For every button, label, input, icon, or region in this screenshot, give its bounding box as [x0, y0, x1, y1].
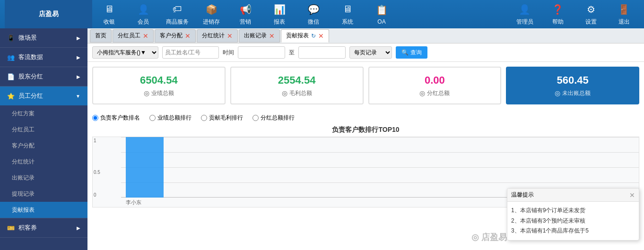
dividend-label: ◎ 分红总额 — [419, 89, 450, 97]
traffic-label: 客流数据 — [18, 53, 43, 61]
stat-performance: 6504.54 ◎ 业绩总额 — [92, 67, 226, 104]
watermark-text: 店盈易 — [481, 232, 507, 243]
nav-goods[interactable]: 🏷 商品服务 — [160, 0, 194, 28]
tab-dividend-stats[interactable]: 分红统计 ✕ — [197, 29, 238, 43]
app-logo: 店盈易 — [5, 0, 92, 28]
admin-icon: 👤 — [518, 3, 531, 16]
tab-refresh-icon[interactable]: ↻ — [311, 33, 316, 39]
toast-title: 温馨提示 — [511, 191, 534, 199]
time-end-input[interactable] — [298, 46, 346, 59]
tab-dividend-employee-close[interactable]: ✕ — [143, 33, 148, 39]
sidebar-item-micro-scene[interactable]: 📱 微场景 ▶ — [0, 28, 87, 47]
goods-label: 商品服务 — [166, 18, 189, 26]
nav-marketing[interactable]: 📢 营销 — [228, 0, 262, 28]
cashier-icon: 🖥 — [103, 3, 116, 16]
radio-gross-profit-chart[interactable]: 贡献毛利排行 — [201, 114, 243, 122]
radio-dividend-chart-label: 分红总额排行 — [261, 114, 295, 122]
nav-member[interactable]: 👤 会员 — [126, 0, 160, 28]
logout-icon: 🚪 — [618, 3, 631, 16]
shareholder-chevron: ▶ — [77, 74, 80, 79]
nav-report[interactable]: 📊 报表 — [262, 0, 296, 28]
search-button[interactable]: 🔍 查询 — [396, 46, 427, 59]
shareholder-icon: 📄 — [7, 73, 15, 80]
toast-notification: 温馨提示 ✕ 1、本店铺有9个订单还未发货 2、本店铺有3个预约还未审核 3、本… — [507, 188, 639, 241]
store-select[interactable]: 小拇指汽车服务()▼ — [92, 46, 158, 59]
dividend-stats-label: 分红统计 — [12, 158, 35, 166]
sidebar-item-employee-dividend[interactable]: ⭐ 员工分红 ▼ — [0, 86, 87, 105]
nav-logout[interactable]: 🚪 退出 — [609, 0, 639, 28]
chart-radio-row: 负责客户数排名 业绩总额排行 贡献毛利排行 分红总额排行 — [92, 114, 639, 122]
radio-customer-count[interactable]: 负责客户数排名 — [92, 114, 140, 122]
toast-body: 1、本店铺有9个订单还未发货 2、本店铺有3个预约还未审核 3、本店铺有1个商品… — [507, 202, 639, 240]
tab-contribution-report[interactable]: 贡献报表 ↻ ✕ — [281, 29, 329, 43]
nav-right: 👤 管理员 ❓ 帮助 ⚙ 设置 🚪 退出 — [509, 0, 639, 28]
toast-close-button[interactable]: ✕ — [629, 191, 635, 199]
marketing-label: 营销 — [240, 18, 251, 26]
tab-home[interactable]: 首页 — [90, 29, 112, 43]
sidebar-sub-dividend-stats[interactable]: 分红统计 — [0, 154, 87, 170]
radio-performance-input[interactable] — [149, 115, 156, 121]
nav-items: 🖥 收银 👤 会员 🏷 商品服务 📦 进销存 📢 营销 📊 报表 💬 微信 � — [92, 0, 509, 28]
radio-dividend-input[interactable] — [252, 115, 259, 121]
micro-scene-icon: 📱 — [7, 34, 15, 42]
nav-cashier[interactable]: 🖥 收银 — [92, 0, 126, 28]
sidebar-sub-contribution[interactable]: 贡献报表 — [0, 202, 87, 218]
main-layout: 📱 微场景 ▶ 👥 客流数据 ▶ 📄 股东分红 ▶ — [0, 28, 644, 250]
sidebar-item-shareholder[interactable]: 📄 股东分红 ▶ — [0, 67, 87, 86]
sidebar-sub-customer-assign[interactable]: 客户分配 — [0, 138, 87, 154]
nav-wechat[interactable]: 💬 微信 — [296, 0, 331, 28]
chart-x-label: 李小东 — [126, 199, 141, 206]
tab-dividend-stats-label: 分红统计 — [202, 32, 225, 40]
radio-performance[interactable]: 业绩总额排行 — [149, 114, 191, 122]
sidebar-sub-out-account[interactable]: 出账记录 — [0, 170, 87, 186]
nav-purchase[interactable]: 📦 进销存 — [194, 0, 228, 28]
tab-customer-assign-close[interactable]: ✕ — [185, 33, 191, 39]
tab-customer-assign[interactable]: 客户分配 ✕ — [155, 29, 196, 43]
goods-icon: 🏷 — [171, 3, 184, 16]
tab-dividend-employee[interactable]: 分红员工 ✕ — [113, 29, 154, 43]
out-account-label: 出账记录 — [12, 174, 35, 182]
radio-dividend-chart[interactable]: 分红总额排行 — [252, 114, 295, 122]
points-chevron: ▶ — [77, 225, 80, 231]
nav-help[interactable]: ❓ 帮助 — [542, 0, 573, 28]
per-page-select[interactable]: 每页记录 — [349, 46, 392, 59]
stat-unaccounted: 560.45 ◎ 未出账总额 — [506, 67, 639, 104]
sidebar-section-shareholder: 📄 股东分红 ▶ — [0, 67, 87, 86]
employee-input[interactable] — [162, 46, 219, 59]
purchase-icon: 📦 — [205, 3, 218, 16]
unaccounted-label-text: 未出账总额 — [562, 89, 591, 97]
marketing-icon: 📢 — [239, 3, 252, 16]
sidebar-sub-dividend-plan[interactable]: 分红方案 — [0, 105, 87, 121]
nav-oa[interactable]: 📋 OA — [365, 0, 399, 28]
nav-system[interactable]: 🖥 系统 — [331, 0, 365, 28]
report-icon: 📊 — [273, 3, 286, 16]
sidebar-item-traffic[interactable]: 👥 客流数据 ▶ — [0, 48, 87, 67]
tab-out-account[interactable]: 出账记录 ✕ — [239, 29, 280, 43]
watermark: ◎ 店盈易 — [471, 232, 507, 243]
nav-settings[interactable]: ⚙ 设置 — [575, 0, 606, 28]
wechat-icon: 💬 — [307, 3, 320, 16]
traffic-icon: 👥 — [7, 54, 15, 61]
sidebar-sub-withdraw[interactable]: 提现记录 — [0, 186, 87, 202]
tab-dividend-stats-close[interactable]: ✕ — [227, 33, 233, 39]
oa-icon: 📋 — [375, 3, 388, 17]
content-area: 首页 分红员工 ✕ 客户分配 ✕ 分红统计 ✕ 出账记录 ✕ 贡献报表 ↻ ✕ — [87, 28, 644, 250]
gross-profit-label-text: 毛利总额 — [289, 89, 312, 97]
radio-customer-count-input[interactable] — [92, 115, 98, 121]
time-label: 时间 — [223, 49, 234, 57]
micro-scene-label: 微场景 — [18, 34, 37, 42]
toast-message-1: 1、本店铺有9个订单还未发货 — [511, 206, 635, 216]
time-start-input[interactable] — [238, 46, 285, 59]
tab-contribution-close[interactable]: ✕ — [318, 33, 324, 39]
toast-header: 温馨提示 ✕ — [507, 189, 639, 202]
customer-assign-label: 客户分配 — [12, 142, 35, 150]
shareholder-label: 股东分红 — [18, 72, 43, 81]
sidebar-item-points[interactable]: 🎫 积客券 ▶ — [0, 218, 87, 237]
radio-gross-profit-input[interactable] — [201, 115, 207, 121]
sidebar-sub-dividend-employee[interactable]: 分红员工 — [0, 121, 87, 138]
admin-label: 管理员 — [516, 18, 533, 26]
search-icon: 🔍 — [401, 49, 409, 56]
nav-admin[interactable]: 👤 管理员 — [509, 0, 540, 28]
logo-text: 店盈易 — [39, 10, 59, 18]
tab-out-account-close[interactable]: ✕ — [269, 33, 275, 39]
